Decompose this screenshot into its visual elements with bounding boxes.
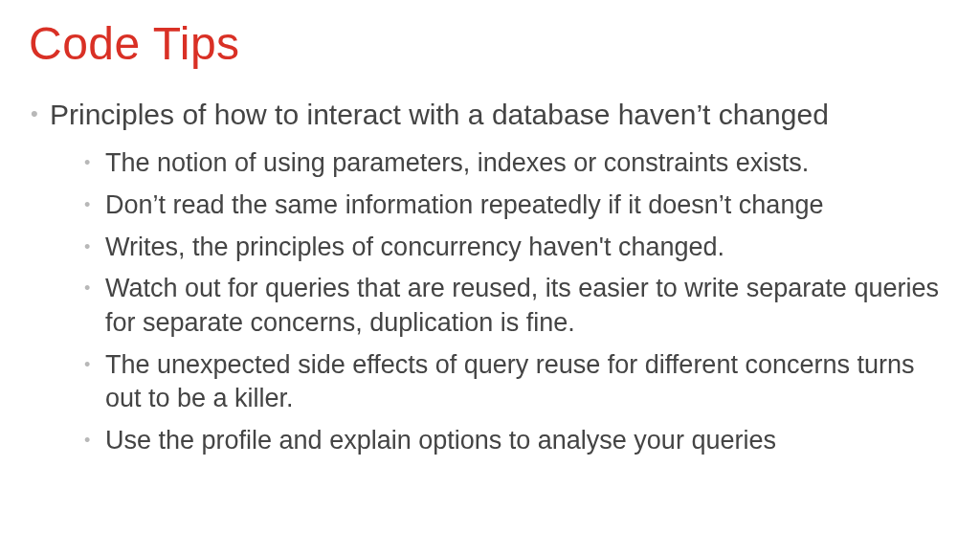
bullet-level2-item: Writes, the principles of concurrency ha…	[84, 231, 951, 265]
bullet-level1-item: Principles of how to interact with a dat…	[31, 97, 951, 457]
bullet-level2-item: Don’t read the same information repeated…	[84, 189, 951, 223]
bullet-level1-text: Principles of how to interact with a dat…	[50, 99, 829, 130]
bullet-list-level1: Principles of how to interact with a dat…	[29, 97, 951, 457]
bullet-level2-item: Use the profile and explain options to a…	[84, 424, 951, 458]
bullet-level2-item: The unexpected side effects of query reu…	[84, 348, 951, 416]
bullet-list-level2: The notion of using parameters, indexes …	[50, 146, 951, 457]
bullet-level2-item: The notion of using parameters, indexes …	[84, 146, 951, 181]
slide-title: Code Tips	[29, 17, 951, 70]
bullet-level2-item: Watch out for queries that are reused, i…	[84, 272, 951, 340]
